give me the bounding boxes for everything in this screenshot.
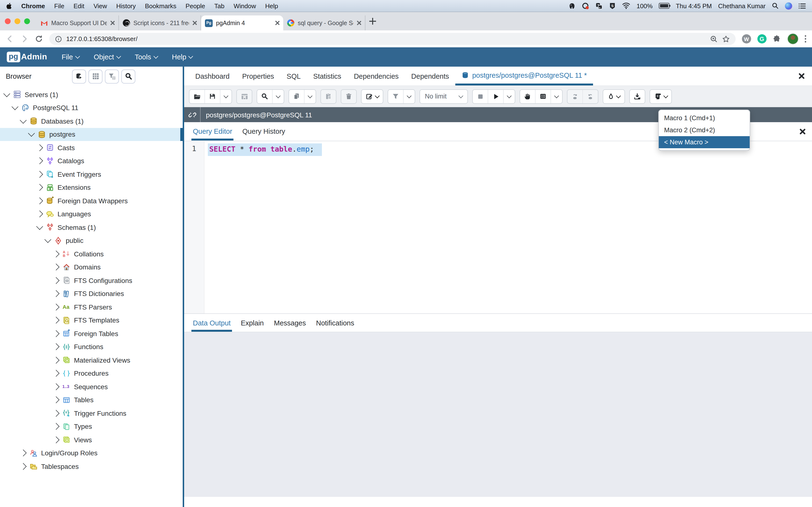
tree-item-languages[interactable]: Languages bbox=[0, 207, 183, 221]
tree-item-fts-dictionaries[interactable]: FTS Dictionaries bbox=[0, 287, 183, 300]
minimize-window-button[interactable] bbox=[14, 18, 20, 24]
stop-button[interactable] bbox=[473, 90, 488, 103]
chrome-menu-icon[interactable] bbox=[805, 35, 806, 42]
copy-options-chevron[interactable] bbox=[304, 90, 316, 103]
menubar-clock[interactable]: Thu 4:45 PM bbox=[676, 2, 712, 9]
menu-item-macro-2[interactable]: Macro 2 (Cmd+2) bbox=[659, 124, 750, 136]
edit-button[interactable] bbox=[361, 90, 383, 103]
tree-item-functions[interactable]: Functions bbox=[0, 340, 183, 353]
tree-item-catalogs[interactable]: Catalogs bbox=[0, 154, 183, 168]
chevron-right-icon[interactable] bbox=[20, 450, 27, 456]
back-icon[interactable] bbox=[6, 35, 14, 43]
clear-button[interactable] bbox=[603, 90, 624, 103]
chevron-right-icon[interactable] bbox=[53, 356, 59, 363]
tree-item-postgres[interactable]: postgres bbox=[0, 128, 183, 141]
tab-dependencies[interactable]: Dependencies bbox=[348, 67, 405, 86]
close-tab-icon[interactable] bbox=[192, 21, 197, 25]
tree-item-databases-1[interactable]: Databases (1) bbox=[0, 114, 183, 128]
code-area[interactable]: SELECT * from table.emp; bbox=[204, 142, 812, 314]
sql-editor[interactable]: 1 SELECT * from table.emp; bbox=[184, 142, 812, 314]
tab-query-tool[interactable]: postgres/postgres@PostgreSQL 11 * bbox=[455, 67, 593, 86]
chevron-down-icon[interactable] bbox=[45, 236, 51, 243]
chevron-right-icon[interactable] bbox=[53, 277, 59, 284]
sql-selection[interactable]: SELECT * from table.emp; bbox=[208, 144, 322, 156]
chevron-down-icon[interactable] bbox=[12, 103, 18, 110]
screen-record-icon[interactable] bbox=[582, 2, 589, 9]
menubar-app-name[interactable]: Chrome bbox=[21, 2, 45, 9]
tab-data-output[interactable]: Data Output bbox=[191, 314, 232, 332]
chevron-right-icon[interactable] bbox=[53, 383, 59, 390]
chevron-right-icon[interactable] bbox=[36, 197, 43, 204]
execute-options-chevron[interactable] bbox=[503, 90, 515, 103]
chevron-right-icon[interactable] bbox=[36, 171, 43, 177]
close-query-panel-button[interactable] bbox=[799, 122, 812, 140]
tree-item-servers-1[interactable]: Servers (1) bbox=[0, 88, 183, 101]
tree-item-extensions[interactable]: Extensions bbox=[0, 181, 183, 194]
tree-item-sequences[interactable]: 1..3Sequences bbox=[0, 380, 183, 393]
site-info-icon[interactable] bbox=[55, 36, 62, 42]
explain-button[interactable] bbox=[535, 90, 551, 103]
wordtune-extension-icon[interactable]: W bbox=[742, 34, 751, 44]
url-text[interactable]: 127.0.0.1:65308/browser/ bbox=[66, 35, 706, 43]
tab-notifications[interactable]: Notifications bbox=[315, 314, 356, 332]
browser-tab-pgadmin[interactable]: Pg pgAdmin 4 bbox=[201, 15, 283, 31]
reload-icon[interactable] bbox=[35, 35, 43, 43]
tree-item-views[interactable]: Views bbox=[0, 433, 183, 446]
siri-icon[interactable] bbox=[785, 2, 792, 9]
execute-hand-button[interactable] bbox=[520, 90, 535, 103]
menubar-item-window[interactable]: Window bbox=[234, 2, 256, 9]
tree-item-foreign-tables[interactable]: Foreign Tables bbox=[0, 327, 183, 340]
close-main-tab-button[interactable] bbox=[798, 67, 807, 86]
apple-menu-icon[interactable] bbox=[6, 2, 12, 9]
menubar-item-help[interactable]: Help bbox=[265, 2, 278, 9]
chevron-right-icon[interactable] bbox=[53, 370, 59, 377]
explain-options-chevron[interactable] bbox=[551, 90, 562, 103]
menubar-item-people[interactable]: People bbox=[186, 2, 205, 9]
menu-help[interactable]: Help bbox=[172, 53, 193, 61]
save-file-button[interactable] bbox=[204, 90, 220, 103]
menu-item-macro-1[interactable]: Macro 1 (Cmd+1) bbox=[659, 112, 750, 124]
chevron-right-icon[interactable] bbox=[36, 211, 43, 217]
bookmark-star-icon[interactable] bbox=[722, 35, 730, 43]
tree-item-postgresql-11[interactable]: PostgreSQL 11 bbox=[0, 101, 183, 114]
tree-item-event-triggers[interactable]: Event Triggers bbox=[0, 168, 183, 181]
chevron-down-icon[interactable] bbox=[20, 117, 27, 123]
close-tab-icon[interactable] bbox=[275, 21, 280, 25]
row-limit-select[interactable]: No limit bbox=[419, 89, 468, 104]
tree-item-types[interactable]: Types bbox=[0, 420, 183, 433]
tab-statistics[interactable]: Statistics bbox=[307, 67, 348, 86]
chevron-right-icon[interactable] bbox=[36, 157, 43, 164]
chevron-down-icon[interactable] bbox=[28, 130, 35, 137]
pgadmin-logo[interactable]: pg Admin bbox=[7, 52, 47, 62]
tab-sql[interactable]: SQL bbox=[280, 67, 307, 86]
delete-button[interactable] bbox=[341, 90, 356, 103]
menubar-user-name[interactable]: Chethana Kumar bbox=[718, 2, 766, 9]
tree-item-tables[interactable]: Tables bbox=[0, 393, 183, 406]
tab-dashboard[interactable]: Dashboard bbox=[189, 67, 236, 86]
commit-button[interactable] bbox=[567, 90, 582, 103]
filter-button[interactable] bbox=[388, 90, 403, 103]
control-center-icon[interactable] bbox=[799, 3, 806, 9]
save-options-chevron[interactable] bbox=[220, 90, 232, 103]
postgres-status-icon[interactable] bbox=[568, 2, 576, 9]
tree-item-fts-configurations[interactable]: FTS Configurations bbox=[0, 274, 183, 287]
chevron-right-icon[interactable] bbox=[36, 144, 43, 151]
download-button[interactable] bbox=[630, 90, 645, 103]
chevron-right-icon[interactable] bbox=[53, 250, 59, 257]
quick-search-db-button[interactable] bbox=[72, 69, 86, 83]
display-swap-icon[interactable] bbox=[596, 2, 603, 9]
menubar-item-history[interactable]: History bbox=[116, 2, 136, 9]
tab-dependents[interactable]: Dependents bbox=[405, 67, 455, 86]
zoom-page-icon[interactable] bbox=[710, 35, 718, 43]
chevron-right-icon[interactable] bbox=[53, 317, 59, 324]
browser-tab-2[interactable]: Script icons - 211 free & premi bbox=[119, 15, 201, 31]
chevron-right-icon[interactable] bbox=[53, 290, 59, 297]
browser-tab-4[interactable]: sql query - Google Search bbox=[283, 15, 365, 31]
filtered-rows-button[interactable] bbox=[105, 69, 119, 83]
chevron-right-icon[interactable] bbox=[53, 410, 59, 416]
tree-item-tablespaces[interactable]: Tablespaces bbox=[0, 460, 183, 473]
close-tab-icon[interactable] bbox=[110, 21, 114, 25]
view-data-grid-button[interactable] bbox=[89, 69, 102, 83]
search-objects-button[interactable] bbox=[121, 69, 135, 83]
chevron-right-icon[interactable] bbox=[53, 343, 59, 350]
